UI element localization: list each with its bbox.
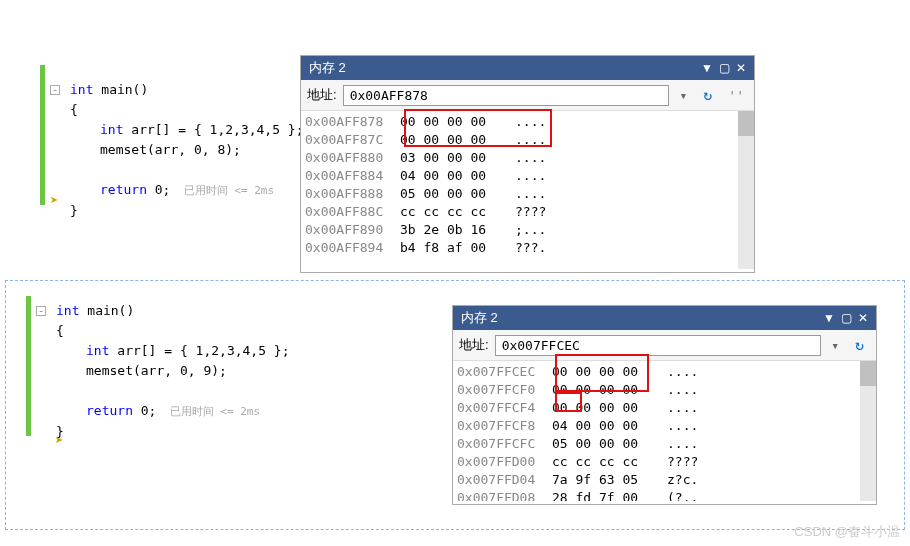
mem-address: 0x007FFD08 xyxy=(457,489,552,501)
code-text: main() xyxy=(93,82,148,97)
memory-dump: 0x007FFCEC00 00 00 00....0x007FFCF000 00… xyxy=(453,361,876,501)
scroll-thumb[interactable] xyxy=(738,111,754,136)
memory-row: 0x00AFF894b4 f8 af 00???. xyxy=(305,239,750,257)
watermark: CSDN @奋斗小温 xyxy=(794,523,900,541)
panel-title-bar: 内存 2 ▼ ▢ ✕ xyxy=(301,56,754,80)
mem-ascii: ;... xyxy=(515,221,575,239)
memory-row: 0x007FFCF400 00 00 00.... xyxy=(457,399,872,417)
dropdown-icon[interactable]: ▾ xyxy=(827,338,843,353)
mem-address: 0x00AFF878 xyxy=(305,113,400,131)
mem-address: 0x00AFF87C xyxy=(305,131,400,149)
mem-hex: 04 00 00 00 xyxy=(552,417,667,435)
mem-hex: 05 00 00 00 xyxy=(552,435,667,453)
code-text: memset(arr, 0, 8); xyxy=(45,140,325,160)
address-bar: 地址: ▾ ↻ xyxy=(453,330,876,361)
code-text: arr[] = { 1,2,3,4,5 }; xyxy=(123,122,303,137)
memory-row: 0x007FFCF000 00 00 00.... xyxy=(457,381,872,399)
keyword: return xyxy=(100,182,147,197)
blank xyxy=(31,381,451,401)
mem-ascii: .... xyxy=(667,381,727,399)
highlight-box xyxy=(555,392,582,412)
code-text: arr[] = { 1,2,3,4,5 }; xyxy=(109,343,289,358)
blank xyxy=(45,160,325,180)
code-text: 0; xyxy=(133,403,156,418)
collapse-icon[interactable]: - xyxy=(50,85,60,95)
address-label: 地址: xyxy=(459,336,489,354)
mem-ascii: (?.. xyxy=(667,489,727,501)
memory-panel-2: 内存 2 ▼ ▢ ✕ 地址: ▾ ↻ 0x007FFCEC00 00 00 00… xyxy=(452,305,877,505)
memory-row: 0x00AFF88404 00 00 00.... xyxy=(305,167,750,185)
mem-hex: cc cc cc cc xyxy=(400,203,515,221)
mem-address: 0x00AFF894 xyxy=(305,239,400,257)
mem-hex: 04 00 00 00 xyxy=(400,167,515,185)
maximize-icon[interactable]: ▢ xyxy=(719,61,730,75)
memory-row: 0x007FFD0828 fd 7f 00(?.. xyxy=(457,489,872,501)
memory-row: 0x007FFCEC00 00 00 00.... xyxy=(457,363,872,381)
mem-ascii: ???. xyxy=(515,239,575,257)
mem-address: 0x007FFCF4 xyxy=(457,399,552,417)
mem-address: 0x007FFD00 xyxy=(457,453,552,471)
mem-ascii: .... xyxy=(515,185,575,203)
execution-pointer-icon: ➤ xyxy=(55,432,63,448)
code-editor-1: -int main() { int arr[] = { 1,2,3,4,5 };… xyxy=(45,80,325,221)
keyword: return xyxy=(86,403,133,418)
close-icon[interactable]: ✕ xyxy=(858,311,868,325)
code-text: 0; xyxy=(147,182,170,197)
mem-address: 0x00AFF888 xyxy=(305,185,400,203)
mem-address: 0x007FFCF8 xyxy=(457,417,552,435)
code-text: { xyxy=(45,100,325,120)
dropdown-icon[interactable]: ▼ xyxy=(823,311,835,325)
mem-ascii: .... xyxy=(667,435,727,453)
address-label: 地址: xyxy=(307,86,337,104)
mem-ascii: .... xyxy=(667,363,727,381)
memory-row: 0x007FFCFC05 00 00 00.... xyxy=(457,435,872,453)
keyword: int xyxy=(56,303,79,318)
mem-address: 0x00AFF884 xyxy=(305,167,400,185)
mem-ascii: ???? xyxy=(667,453,727,471)
mem-hex: 7a 9f 63 05 xyxy=(552,471,667,489)
mem-ascii: .... xyxy=(515,167,575,185)
code-text: } xyxy=(31,422,451,442)
keyword: int xyxy=(70,82,93,97)
panel-title: 内存 2 xyxy=(461,309,498,327)
memory-row: 0x007FFD047a 9f 63 05z?c. xyxy=(457,471,872,489)
code-editor-2: -int main() { int arr[] = { 1,2,3,4,5 };… xyxy=(31,301,451,442)
code-text: main() xyxy=(79,303,134,318)
keyword: int xyxy=(100,122,123,137)
pin-icon[interactable]: '' xyxy=(724,88,748,103)
mem-address: 0x007FFCF0 xyxy=(457,381,552,399)
memory-row: 0x007FFCF804 00 00 00.... xyxy=(457,417,872,435)
memory-row: 0x00AFF88805 00 00 00.... xyxy=(305,185,750,203)
keyword: int xyxy=(86,343,109,358)
dropdown-icon[interactable]: ▾ xyxy=(675,88,691,103)
mem-hex: b4 f8 af 00 xyxy=(400,239,515,257)
mem-hex: 05 00 00 00 xyxy=(400,185,515,203)
memory-row: 0x00AFF88Ccc cc cc cc???? xyxy=(305,203,750,221)
refresh-icon[interactable]: ↻ xyxy=(849,334,870,356)
scrollbar[interactable] xyxy=(738,111,754,269)
refresh-icon[interactable]: ↻ xyxy=(697,84,718,106)
mem-address: 0x00AFF88C xyxy=(305,203,400,221)
code-hint: 已用时间 <= 2ms xyxy=(156,405,260,418)
memory-row: 0x00AFF88003 00 00 00.... xyxy=(305,149,750,167)
code-text: memset(arr, 0, 9); xyxy=(31,361,451,381)
mem-address: 0x007FFD04 xyxy=(457,471,552,489)
mem-ascii: ???? xyxy=(515,203,575,221)
dropdown-icon[interactable]: ▼ xyxy=(701,61,713,75)
mem-address: 0x00AFF890 xyxy=(305,221,400,239)
memory-row: 0x007FFD00cc cc cc cc???? xyxy=(457,453,872,471)
memory-panel-1: 内存 2 ▼ ▢ ✕ 地址: ▾ ↻ '' 0x00AFF87800 00 00… xyxy=(300,55,755,273)
close-icon[interactable]: ✕ xyxy=(736,61,746,75)
mem-hex: cc cc cc cc xyxy=(552,453,667,471)
mem-ascii: z?c. xyxy=(667,471,727,489)
code-text: } xyxy=(45,201,325,221)
scroll-thumb[interactable] xyxy=(860,361,876,386)
panel-title-bar: 内存 2 ▼ ▢ ✕ xyxy=(453,306,876,330)
address-input[interactable] xyxy=(343,85,670,106)
memory-row: 0x00AFF8903b 2e 0b 16;... xyxy=(305,221,750,239)
scrollbar[interactable] xyxy=(860,361,876,501)
mem-address: 0x007FFCEC xyxy=(457,363,552,381)
address-input[interactable] xyxy=(495,335,822,356)
maximize-icon[interactable]: ▢ xyxy=(841,311,852,325)
collapse-icon[interactable]: - xyxy=(36,306,46,316)
